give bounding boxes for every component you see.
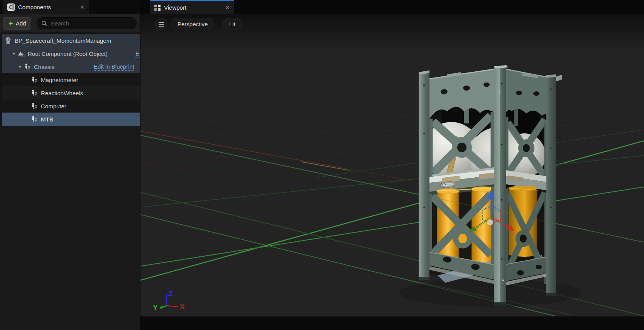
edit-in-blueprint-link[interactable]: Edit in Blueprint xyxy=(94,63,134,71)
viewport-3d-canvas[interactable]: Z X Y xyxy=(140,14,644,330)
viewport-panel: Viewport ✕ xyxy=(140,0,644,330)
spacecraft-model[interactable] xyxy=(419,65,562,306)
search-icon xyxy=(41,20,47,27)
tab-viewport[interactable]: Viewport ✕ xyxy=(150,0,234,14)
components-tabbar: C Components ✕ xyxy=(0,0,140,14)
tree-row-label: Root Component (Root Object) xyxy=(28,51,108,57)
tree-row-reactionwheels[interactable]: ReactionWheels xyxy=(2,86,140,99)
child-actor-icon xyxy=(30,89,39,96)
search-input[interactable] xyxy=(51,20,132,27)
add-component-button[interactable]: + Add xyxy=(3,17,31,30)
tree-row-blueprint-root[interactable]: BP_Spacecraft_MomentumManagem xyxy=(2,34,140,47)
viewport-background xyxy=(140,14,644,317)
hamburger-icon xyxy=(159,22,164,23)
components-panel-empty-area xyxy=(0,135,140,330)
tree-row-label: BP_Spacecraft_MomentumManagem xyxy=(15,37,111,44)
tree-row-mtb-selected[interactable]: MTB xyxy=(2,113,140,126)
tree-row-label: MTB xyxy=(41,116,53,123)
axis-y-label: Y xyxy=(153,304,158,312)
tree-row-magnetometer[interactable]: Magnetometer xyxy=(2,73,140,86)
child-actor-icon xyxy=(23,63,32,70)
perspective-label: Perspective xyxy=(177,21,208,27)
child-actor-icon xyxy=(30,76,39,83)
perspective-button[interactable]: Perspective xyxy=(171,18,214,30)
chevron-down-icon[interactable]: ▼ xyxy=(17,64,23,69)
tab-components[interactable]: C Components ✕ xyxy=(3,0,89,14)
axis-x-label: X xyxy=(180,303,185,311)
viewport-menu-button[interactable] xyxy=(155,18,167,30)
plus-icon: + xyxy=(8,20,13,27)
lit-mode-button[interactable]: Lit xyxy=(223,18,242,30)
search-box[interactable] xyxy=(37,17,137,29)
close-icon[interactable]: ✕ xyxy=(225,5,230,10)
components-panel: C Components ✕ + Add xyxy=(0,0,140,330)
child-actor-icon xyxy=(30,103,39,109)
tree-row-label: Magnetometer xyxy=(41,77,78,83)
components-tree: BP_Spacecraft_MomentumManagem ▼ Root Com… xyxy=(0,32,140,135)
actor-icon xyxy=(4,37,12,44)
tab-components-label: Components xyxy=(18,4,67,10)
axis-z-label: Z xyxy=(168,290,173,298)
tree-row-label: ReactionWheels xyxy=(41,90,83,96)
components-icon: C xyxy=(7,3,15,11)
tree-row-computer[interactable]: Computer xyxy=(2,99,140,113)
tree-row-label: Chassis xyxy=(34,64,54,70)
lit-label: Lit xyxy=(229,21,235,27)
add-button-label: Add xyxy=(16,20,26,27)
unreal-editor-window: C Components ✕ + Add xyxy=(0,0,644,330)
tree-row-root-component[interactable]: ▼ Root Component (Root Object) E xyxy=(2,47,140,60)
components-toolbar: + Add xyxy=(0,14,140,32)
child-actor-icon xyxy=(30,116,39,123)
tree-row-chassis[interactable]: ▼ Chassis Edit in Blueprint xyxy=(2,60,140,73)
viewport-tabbar: Viewport ✕ xyxy=(140,0,644,14)
tree-row-label: Computer xyxy=(41,103,66,109)
chevron-down-icon[interactable]: ▼ xyxy=(11,51,17,56)
scene-component-icon xyxy=(17,50,25,57)
viewport-icon xyxy=(154,5,161,11)
tab-viewport-label: Viewport xyxy=(164,4,212,11)
tree-gap xyxy=(0,126,140,135)
viewport-top-fade xyxy=(140,14,644,51)
close-icon[interactable]: ✕ xyxy=(80,4,85,10)
edit-in-blueprint-link[interactable]: E xyxy=(135,50,140,57)
